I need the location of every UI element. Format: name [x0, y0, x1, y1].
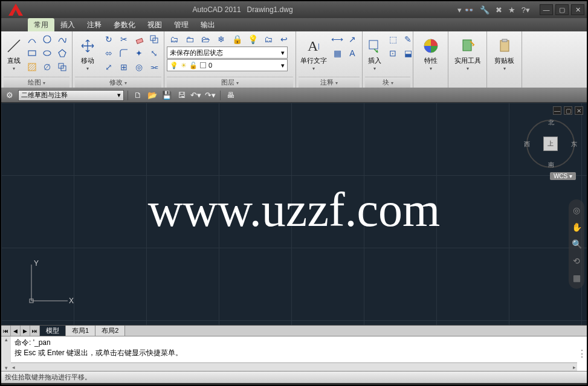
- layer-state-combo[interactable]: 未保存的图层状态▾: [167, 47, 288, 59]
- region-icon[interactable]: [55, 60, 69, 74]
- pan-icon[interactable]: ✋: [570, 221, 583, 233]
- utilities-button[interactable]: 实用工具: [451, 33, 484, 75]
- panel-label-annotation[interactable]: 注释: [299, 77, 360, 88]
- close-button[interactable]: ✕: [571, 4, 584, 15]
- layer-off-icon[interactable]: 💡: [245, 33, 260, 46]
- zoom-icon[interactable]: 🔍: [570, 238, 583, 250]
- panel-label-block[interactable]: 块: [365, 77, 410, 88]
- favorite-icon[interactable]: ★: [508, 5, 515, 14]
- layer-iso-icon[interactable]: 🗁: [198, 33, 213, 46]
- copy-icon[interactable]: [147, 33, 161, 46]
- layer-match-icon[interactable]: 🗂: [261, 33, 276, 46]
- scale-icon[interactable]: ⤢: [102, 60, 116, 74]
- sheet-tab-layout2[interactable]: 布局2: [95, 326, 125, 336]
- offset-icon[interactable]: ◎: [132, 60, 146, 74]
- undo-icon[interactable]: ↶▾: [190, 90, 202, 101]
- hatch-icon[interactable]: [25, 60, 39, 74]
- svg-rect-15: [502, 39, 507, 42]
- tab-home[interactable]: 常用: [28, 18, 54, 31]
- tab-first-icon[interactable]: ⏮: [1, 326, 11, 336]
- panel-layer: 🗂 🗀 🗁 ❄ 🔒 💡 🗂 ↩ 未保存的图层状态▾ 💡☀🔓0▾ 图层: [164, 31, 296, 88]
- insert-button[interactable]: 插入: [365, 33, 384, 75]
- attr-icon[interactable]: ⊡: [386, 47, 400, 60]
- exchange-icon[interactable]: ✖: [496, 5, 502, 14]
- layer-states-icon[interactable]: 🗀: [183, 33, 197, 46]
- ellipse-icon[interactable]: [40, 47, 54, 60]
- cmd-grip-icon[interactable]: ⋮: [577, 336, 587, 371]
- layer-current-combo[interactable]: 💡☀🔓0▾: [167, 59, 288, 71]
- trim-icon[interactable]: ✂: [117, 33, 131, 46]
- panel-label-layer[interactable]: 图层: [167, 77, 293, 88]
- tab-insert[interactable]: 插入: [54, 18, 81, 31]
- clipboard-button[interactable]: 剪贴板: [489, 33, 519, 75]
- dimension-icon[interactable]: ⟷: [330, 33, 344, 46]
- viewport-close-icon[interactable]: ✕: [575, 106, 583, 115]
- text-button[interactable]: A| 单行文字: [299, 33, 329, 75]
- rotate-icon[interactable]: ↻: [102, 33, 116, 46]
- array-icon[interactable]: ⊞: [117, 60, 131, 74]
- open-icon[interactable]: 📂: [146, 90, 158, 101]
- orbit-icon[interactable]: ⟲: [570, 255, 583, 267]
- tab-prev-icon[interactable]: ◀: [11, 326, 21, 336]
- layer-properties-icon[interactable]: 🗂: [167, 33, 181, 46]
- panel-label-draw[interactable]: 绘图: [4, 77, 69, 88]
- showmotion-icon[interactable]: ▦: [570, 272, 583, 284]
- line-button[interactable]: 直线: [4, 33, 24, 75]
- tab-output[interactable]: 输出: [195, 18, 221, 31]
- workspace-combo[interactable]: 二维草图与注释▾: [18, 90, 124, 101]
- sheet-tab-model[interactable]: 模型: [40, 326, 66, 336]
- print-icon[interactable]: 🖶: [224, 90, 236, 101]
- explode-icon[interactable]: ✦: [132, 47, 146, 60]
- steering-wheel-icon[interactable]: ◎: [570, 204, 583, 216]
- table-icon[interactable]: ▦: [330, 47, 344, 60]
- viewcube[interactable]: 上 北 东 南 西: [526, 120, 575, 168]
- tab-last-icon[interactable]: ⏭: [30, 326, 40, 336]
- erase-icon[interactable]: [132, 33, 146, 46]
- save-icon[interactable]: 💾: [161, 90, 173, 101]
- tab-parametric[interactable]: 参数化: [108, 18, 141, 31]
- cmd-scroll-h[interactable]: ◂▸: [11, 362, 577, 371]
- point-icon[interactable]: ∅: [40, 60, 54, 74]
- leader-icon[interactable]: ↗: [345, 33, 360, 46]
- properties-button[interactable]: 特性: [416, 33, 445, 75]
- key-icon[interactable]: 🔧: [480, 5, 489, 14]
- viewport-maximize-icon[interactable]: ▢: [564, 106, 572, 115]
- rectangle-icon[interactable]: [25, 47, 39, 60]
- viewport-minimize-icon[interactable]: —: [553, 106, 561, 115]
- create-block-icon[interactable]: ⬚: [386, 33, 400, 46]
- cmd-scroll-v[interactable]: ▴▾: [1, 336, 11, 371]
- new-icon[interactable]: 🗋: [132, 90, 144, 101]
- panel-label-modify[interactable]: 修改: [75, 77, 161, 88]
- tab-next-icon[interactable]: ▶: [21, 326, 30, 336]
- sheet-tab-layout1[interactable]: 布局1: [66, 326, 95, 336]
- binoculars-icon[interactable]: ▾ 👓: [457, 5, 474, 14]
- panel-annotation: A| 单行文字 ⟷ ↗ ▦ A 注释: [296, 31, 363, 88]
- tab-annotate[interactable]: 注释: [81, 18, 108, 31]
- gear-icon[interactable]: ⚙: [4, 90, 16, 101]
- layer-freeze-icon[interactable]: ❄: [214, 33, 228, 46]
- spline-icon[interactable]: [55, 33, 69, 46]
- drawing-canvas[interactable]: www.uzzf.com — ▢ ✕ 上 北 东 南 西 WCS ▾ ◎ ✋ 🔍…: [1, 103, 587, 325]
- circle-icon[interactable]: [40, 33, 54, 46]
- mirror-icon[interactable]: ⬄: [102, 47, 116, 60]
- app-menu-button[interactable]: [4, 1, 28, 18]
- stretch-icon[interactable]: ⤡: [147, 47, 161, 60]
- command-line[interactable]: ▴▾ 命令: '_pan 按 Esc 或 Enter 键退出，或单击右键显示快捷…: [1, 336, 587, 371]
- mtext-icon[interactable]: A: [345, 47, 360, 60]
- saveas-icon[interactable]: 🖫: [175, 90, 187, 101]
- redo-icon[interactable]: ↷▾: [204, 90, 216, 101]
- minimize-button[interactable]: —: [540, 4, 553, 15]
- join-icon[interactable]: ⫘: [147, 60, 161, 74]
- layer-lock-icon[interactable]: 🔒: [230, 33, 244, 46]
- move-button[interactable]: 移动: [75, 33, 100, 75]
- help-icon[interactable]: ?▾: [522, 5, 530, 14]
- arc-icon[interactable]: [25, 33, 39, 46]
- tab-view[interactable]: 视图: [141, 18, 168, 31]
- maximize-button[interactable]: ▢: [555, 4, 569, 15]
- polygon-icon[interactable]: [55, 47, 69, 60]
- layer-prev-icon[interactable]: ↩: [277, 33, 291, 46]
- fillet-icon[interactable]: [117, 47, 131, 60]
- tab-manage[interactable]: 管理: [168, 18, 195, 31]
- wcs-badge[interactable]: WCS ▾: [550, 172, 576, 180]
- ribbon: 直线 ∅ 绘图 移动: [1, 31, 587, 88]
